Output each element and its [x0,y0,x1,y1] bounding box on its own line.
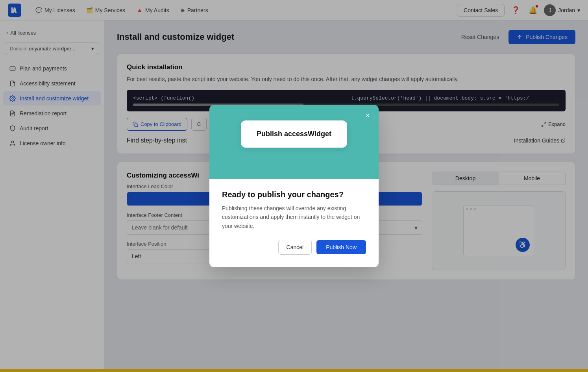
modal-overlay: × Publish accessWidget Ready to publish … [0,0,588,372]
modal-title: Ready to publish your changes? [222,190,366,199]
publish-now-button[interactable]: Publish Now [316,240,366,254]
modal-description: Publishing these changes will override a… [222,204,366,230]
modal-close-button[interactable]: × [362,110,373,121]
publish-modal: × Publish accessWidget Ready to publish … [209,105,379,267]
modal-bottom: Ready to publish your changes? Publishin… [209,179,379,267]
modal-badge-text: Publish accessWidget [257,130,331,138]
modal-top: × Publish accessWidget [209,105,379,179]
modal-badge: Publish accessWidget [241,120,347,148]
cancel-button[interactable]: Cancel [278,240,312,255]
modal-actions: Cancel Publish Now [222,240,366,255]
